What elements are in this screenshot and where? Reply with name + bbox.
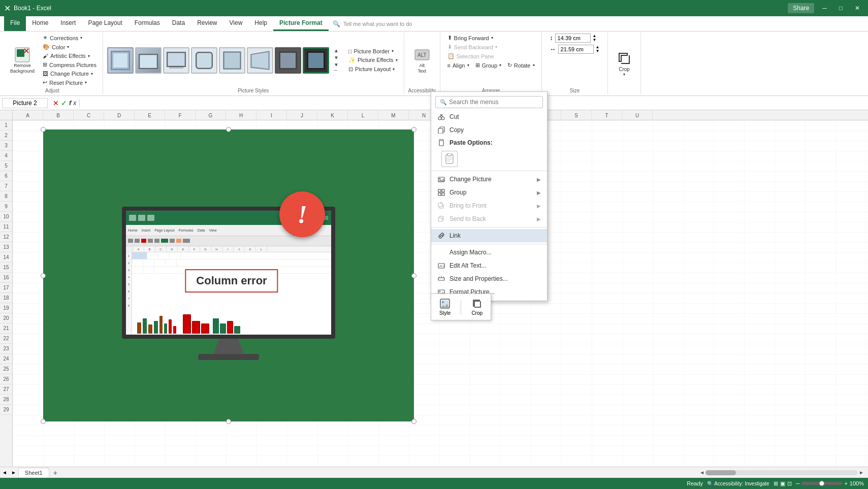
row-header-14[interactable]: 14 [0, 252, 12, 263]
row-header-10[interactable]: 10 [0, 212, 12, 222]
row-header-5[interactable]: 5 [0, 161, 12, 171]
ctx-size-properties[interactable]: Size and Properties... [431, 272, 547, 285]
picture-object[interactable]: Home Insert Page Layout Formulas Data Vi… [43, 129, 414, 421]
scroll-up-arrow[interactable]: ▲ [332, 47, 340, 54]
height-input[interactable]: 14.39 cm [555, 34, 591, 43]
sheet-scroll-left[interactable]: ◄ [0, 470, 9, 475]
pic-style-2[interactable] [135, 47, 162, 74]
h-scroll-left[interactable]: ◄ [699, 470, 704, 475]
col-header-j[interactable]: J [287, 110, 317, 120]
row-header-29[interactable]: 29 [0, 405, 12, 415]
col-header-e[interactable]: E [135, 110, 165, 120]
col-header-i[interactable]: I [256, 110, 287, 120]
page-break-view-icon[interactable]: ⊡ [787, 480, 792, 487]
corner-header[interactable] [0, 110, 13, 120]
align-button[interactable]: ≡ Align ▾ [445, 61, 471, 70]
handle-top-left[interactable] [41, 127, 46, 132]
ctx-search-input[interactable] [449, 99, 538, 106]
scroll-expand-arrow[interactable]: ▼─ [332, 61, 340, 74]
ctx-assign-macro[interactable]: Assign Macro... [431, 246, 547, 259]
color-button[interactable]: 🎨 Color ▾ [41, 43, 99, 51]
row-header-9[interactable]: 9 [0, 202, 12, 212]
mini-style-button[interactable]: Style [435, 296, 455, 318]
compress-pictures-button[interactable]: ⊞ Compress Pictures [41, 60, 99, 69]
normal-view-icon[interactable]: ⊞ [774, 480, 778, 487]
width-input[interactable]: 21.59 cm [558, 45, 594, 54]
handle-bot-right[interactable] [411, 419, 416, 424]
confirm-formula-icon[interactable]: ✓ [61, 99, 67, 107]
row-header-28[interactable]: 28 [0, 395, 12, 405]
col-header-t[interactable]: T [592, 110, 622, 120]
sheet-tab-sheet1[interactable]: Sheet1 [18, 468, 49, 477]
reset-picture-button[interactable]: ↩ Reset Picture ▾ [41, 78, 99, 87]
function-icon[interactable]: f [69, 99, 71, 107]
row-header-8[interactable]: 8 [0, 191, 12, 202]
ctx-group[interactable]: Group ▶ [431, 186, 547, 199]
row-header-23[interactable]: 23 [0, 344, 12, 354]
row-header-1[interactable]: 1 [0, 120, 12, 131]
group-button[interactable]: ⊞ Group ▾ [473, 61, 504, 70]
minimize-icon[interactable]: ─ [818, 4, 831, 13]
tab-review[interactable]: Review [191, 16, 223, 31]
handle-bot-left[interactable] [41, 419, 46, 424]
artistic-effects-button[interactable]: 🖌 Artistic Effects ▾ [41, 52, 99, 60]
zoom-out-icon[interactable]: ─ [796, 480, 800, 486]
col-header-g[interactable]: G [196, 110, 226, 120]
row-header-6[interactable]: 6 [0, 171, 12, 181]
col-header-h[interactable]: H [226, 110, 256, 120]
col-header-s[interactable]: S [561, 110, 592, 120]
ctx-copy[interactable]: Copy [431, 123, 547, 137]
ctx-link[interactable]: Link [431, 229, 547, 242]
tab-picture-format[interactable]: Picture Format [273, 16, 329, 31]
share-button[interactable]: Share [788, 3, 814, 13]
change-picture-button[interactable]: 🖼 Change Picture ▾ [41, 70, 99, 78]
tab-view[interactable]: View [223, 16, 249, 31]
tab-help[interactable]: Help [248, 16, 273, 31]
tab-page-layout[interactable]: Page Layout [82, 16, 128, 31]
zoom-slider-thumb[interactable] [819, 481, 824, 486]
col-header-b[interactable]: B [43, 110, 74, 120]
tab-insert[interactable]: Insert [54, 16, 82, 31]
page-layout-view-icon[interactable]: ▣ [780, 480, 785, 487]
row-header-25[interactable]: 25 [0, 364, 12, 374]
ctx-edit-alt-text[interactable]: ALT Edit Alt Text... [431, 259, 547, 272]
h-scroll-track[interactable] [705, 470, 858, 475]
col-header-a[interactable]: A [13, 110, 43, 120]
h-scroll-thumb[interactable] [705, 470, 736, 475]
row-header-11[interactable]: 11 [0, 222, 12, 232]
col-header-m[interactable]: M [378, 110, 409, 120]
alt-text-button[interactable]: ALT AltText [410, 45, 434, 76]
row-header-26[interactable]: 26 [0, 374, 12, 384]
cancel-formula-icon[interactable]: ✕ [53, 99, 59, 107]
row-header-12[interactable]: 12 [0, 232, 12, 242]
handle-top-center[interactable] [226, 127, 231, 132]
row-header-20[interactable]: 20 [0, 313, 12, 323]
row-header-13[interactable]: 13 [0, 242, 12, 252]
ctx-cut[interactable]: Cut [431, 110, 547, 123]
corrections-button[interactable]: ☀ Corrections ▾ [41, 34, 99, 42]
zoom-slider[interactable] [801, 482, 842, 485]
sheet-scroll-right[interactable]: ► [9, 470, 18, 475]
col-header-c[interactable]: C [74, 110, 104, 120]
row-header-19[interactable]: 19 [0, 303, 12, 313]
bring-forward-button[interactable]: ⬆ Bring Forward ▾ [445, 34, 495, 42]
pic-style-8[interactable] [303, 47, 329, 74]
row-header-16[interactable]: 16 [0, 273, 12, 283]
picture-layout-button[interactable]: ⊡ Picture Layout ▾ [346, 65, 400, 74]
row-header-22[interactable]: 22 [0, 334, 12, 344]
scroll-down-arrow[interactable]: ▼ [332, 54, 340, 61]
pic-style-6[interactable] [247, 47, 273, 74]
row-header-24[interactable]: 24 [0, 354, 12, 364]
row-header-2[interactable]: 2 [0, 131, 12, 141]
rotate-button[interactable]: ↻ Rotate ▾ [505, 61, 536, 70]
maximize-icon[interactable]: □ [835, 4, 847, 13]
tab-file[interactable]: File [4, 16, 26, 31]
height-down-icon[interactable]: ▼ [593, 38, 597, 42]
context-menu-search[interactable]: 🔍 [435, 96, 543, 108]
row-header-3[interactable]: 3 [0, 141, 12, 151]
col-header-f[interactable]: F [165, 110, 196, 120]
search-input[interactable]: Tell me what you want to do [343, 21, 412, 27]
tab-formulas[interactable]: Formulas [128, 16, 166, 31]
pic-style-7[interactable] [275, 47, 301, 74]
handle-top-right[interactable] [411, 127, 416, 132]
